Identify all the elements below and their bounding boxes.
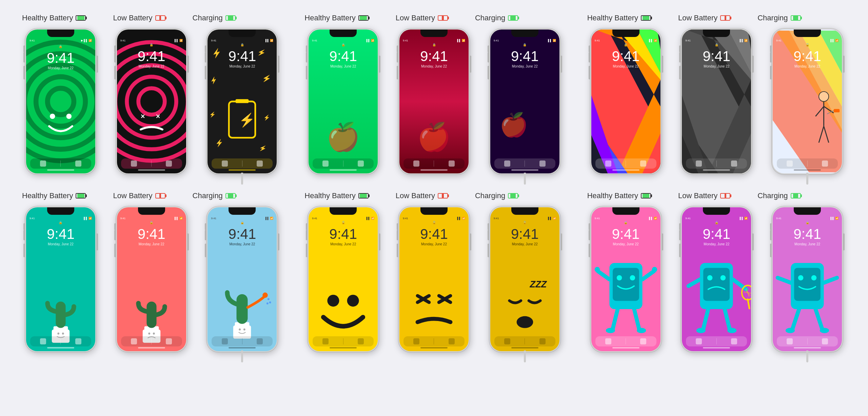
svg-point-126 bbox=[786, 328, 795, 334]
healthy-label-1: Healthy Battery bbox=[22, 14, 86, 22]
svg-text:⚡: ⚡ bbox=[264, 114, 271, 121]
svg-point-102 bbox=[652, 267, 657, 272]
theme-group-2: Healthy Battery Low Battery Charging bbox=[293, 7, 575, 185]
svg-rect-23 bbox=[236, 99, 249, 103]
svg-rect-76 bbox=[237, 294, 248, 324]
svg-point-105 bbox=[707, 275, 713, 281]
svg-point-72 bbox=[148, 333, 150, 335]
phone-frame: 9:41 ▶ ▌▌ 📶 🔒 9:41 Monday, June 22 bbox=[25, 29, 96, 174]
svg-point-77 bbox=[263, 292, 268, 298]
svg-line-123 bbox=[824, 278, 837, 283]
svg-line-124 bbox=[792, 309, 799, 329]
svg-text:⚡: ⚡ bbox=[239, 112, 256, 128]
phones-row-3: 9:41▌▌ 📶 🔒 9:41 Monday, June 22 bbox=[584, 29, 849, 174]
svg-point-93 bbox=[616, 275, 622, 281]
svg-point-56 bbox=[819, 92, 829, 101]
svg-point-121 bbox=[811, 275, 817, 281]
charging-battery-icon-1 bbox=[225, 15, 236, 21]
svg-point-120 bbox=[798, 275, 804, 281]
phone-healthy-1: 9:41 ▶ ▌▌ 📶 🔒 9:41 Monday, June 22 bbox=[19, 29, 103, 174]
healthy-battery-icon-1 bbox=[76, 15, 86, 21]
svg-line-125 bbox=[815, 309, 822, 329]
svg-point-127 bbox=[820, 328, 829, 334]
theme-group-5: Healthy Battery Low Battery Charging bbox=[293, 185, 575, 362]
phone-charging-1: ⚡ ⚡ ⚡ ⚡ ⚡ ⚡ ⚡ ⚡ ⚡ bbox=[200, 29, 284, 174]
label-row-2: Healthy Battery Low Battery Charging bbox=[301, 14, 567, 22]
main-grid: Healthy Battery Low Battery Charging bbox=[0, 0, 868, 369]
phone-low-1: × × 9:41 ▌▌ 📶 🔒 9:41 bbox=[110, 29, 194, 174]
svg-point-84 bbox=[347, 295, 359, 307]
svg-text:×: × bbox=[141, 112, 145, 120]
svg-text:⚡: ⚡ bbox=[209, 111, 216, 118]
svg-point-117 bbox=[727, 328, 736, 334]
svg-point-99 bbox=[606, 328, 615, 334]
svg-point-83 bbox=[328, 295, 339, 307]
svg-text:🍎: 🍎 bbox=[499, 111, 528, 138]
svg-line-96 bbox=[642, 271, 654, 280]
svg-line-115 bbox=[725, 309, 730, 329]
charging-label-2: Charging bbox=[475, 14, 518, 22]
svg-text:⚡: ⚡ bbox=[215, 138, 225, 148]
svg-point-79 bbox=[269, 302, 271, 304]
svg-point-81 bbox=[239, 328, 241, 330]
theme-group-6: Healthy Battery Low Battery Charging bbox=[575, 185, 858, 362]
svg-text:⚡: ⚡ bbox=[262, 73, 272, 83]
svg-point-4 bbox=[47, 88, 74, 115]
svg-point-80 bbox=[267, 302, 269, 304]
svg-point-106 bbox=[721, 275, 726, 281]
label-row-3: Healthy Battery Low Battery Charging bbox=[584, 14, 849, 22]
svg-point-82 bbox=[243, 328, 245, 330]
svg-point-3 bbox=[36, 77, 85, 126]
theme-group-4: Healthy Battery Low Battery Charging bbox=[10, 185, 293, 362]
svg-rect-104 bbox=[703, 268, 730, 301]
svg-line-98 bbox=[634, 309, 639, 329]
low-label-2: Low Battery bbox=[396, 14, 448, 22]
healthy-label-2: Healthy Battery bbox=[304, 14, 368, 22]
theme-group-1: Healthy Battery Low Battery Charging bbox=[10, 7, 293, 185]
svg-line-122 bbox=[778, 278, 791, 283]
svg-line-110 bbox=[748, 299, 750, 308]
charging-label-1: Charging bbox=[193, 14, 236, 22]
phones-row-2: 🍎 9:41▌▌ 📶 🔒 9:41 Monday, June 22 bbox=[301, 29, 567, 174]
svg-point-6 bbox=[66, 114, 72, 119]
svg-point-89 bbox=[516, 316, 533, 328]
phones-row-1: 9:41 ▶ ▌▌ 📶 🔒 9:41 Monday, June 22 bbox=[19, 29, 284, 174]
svg-rect-119 bbox=[794, 268, 821, 301]
svg-rect-62 bbox=[834, 109, 840, 112]
svg-point-100 bbox=[637, 328, 646, 334]
svg-line-97 bbox=[613, 309, 618, 329]
svg-line-107 bbox=[689, 280, 700, 286]
svg-text:ZZZ: ZZZ bbox=[529, 279, 547, 289]
label-row-1: Healthy Battery Low Battery Charging bbox=[19, 14, 284, 22]
svg-line-114 bbox=[703, 309, 708, 329]
svg-text:⚡: ⚡ bbox=[209, 75, 218, 85]
svg-point-101 bbox=[594, 267, 600, 272]
svg-rect-92 bbox=[613, 268, 639, 301]
svg-point-68 bbox=[62, 333, 64, 335]
low-label-1: Low Battery bbox=[113, 14, 165, 22]
healthy-battery-icon-2 bbox=[358, 15, 369, 21]
svg-line-108 bbox=[733, 280, 746, 289]
svg-line-95 bbox=[598, 271, 609, 280]
svg-text:⚡: ⚡ bbox=[258, 144, 268, 153]
theme-group-3: Healthy Battery Low Battery Charging bbox=[575, 7, 858, 185]
svg-point-94 bbox=[630, 275, 635, 281]
svg-point-11 bbox=[138, 88, 165, 115]
svg-point-5 bbox=[50, 114, 55, 119]
svg-point-78 bbox=[268, 298, 270, 300]
svg-point-67 bbox=[57, 333, 59, 335]
svg-text:×: × bbox=[156, 112, 160, 120]
svg-point-116 bbox=[696, 328, 706, 334]
low-battery-icon-1 bbox=[155, 15, 165, 21]
svg-point-10 bbox=[127, 77, 176, 126]
svg-point-73 bbox=[153, 333, 155, 335]
